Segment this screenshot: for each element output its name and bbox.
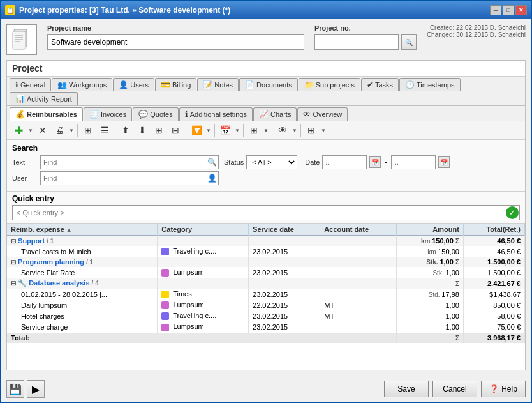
date-from-input[interactable]: [322, 155, 367, 169]
table-row[interactable]: 01.02.2015 - 28.02.2015 |... Times 23.02…: [7, 289, 525, 300]
columns-button[interactable]: ⊞: [304, 123, 319, 137]
maximize-button[interactable]: □: [503, 5, 514, 15]
list-view-button[interactable]: ☰: [97, 123, 112, 137]
data-amount: 17,98: [441, 291, 459, 298]
tasks-icon: ✔: [367, 80, 373, 89]
group-badge: / 1: [47, 238, 54, 245]
notes-icon: 📝: [203, 80, 212, 89]
tab-users[interactable]: 👤Users: [113, 78, 154, 91]
group-total-cell: 1.500,00 €: [463, 257, 524, 267]
date-from-picker[interactable]: 📅: [369, 156, 381, 168]
category-color-icon: [161, 269, 169, 277]
group-label-cell[interactable]: ⊟ Programm planning / 1: [7, 257, 158, 267]
group-name[interactable]: Database analysis: [29, 279, 89, 287]
close-button[interactable]: ✕: [515, 5, 527, 15]
tab-subprojects[interactable]: 📁Sub projects: [299, 78, 360, 91]
tab-workgroups[interactable]: 👥Workgroups: [52, 78, 112, 91]
project-name-input[interactable]: [47, 34, 304, 50]
quick-entry-title: Quick entry: [12, 194, 520, 203]
table-row[interactable]: Hotel charges Travelling c.... 23.02.201…: [7, 310, 525, 321]
add-button[interactable]: ✚: [11, 123, 26, 137]
data-amount: 1,00: [445, 269, 459, 277]
text-input-wrap: 🔍: [40, 155, 219, 169]
changed-text: Changed: 30.12.2015 D. Schaelchi: [427, 31, 526, 38]
expand-icon[interactable]: ⊟: [11, 259, 16, 266]
tab-additional[interactable]: ℹAdditional settings: [179, 107, 253, 121]
search-user-input[interactable]: [40, 171, 219, 185]
project-no-input[interactable]: [314, 34, 399, 50]
tab-reimbursables[interactable]: 💰Reimbursables: [10, 107, 83, 121]
group-label-cell[interactable]: ⊟ Support / 1: [7, 236, 158, 247]
calendar-button[interactable]: 📅: [218, 123, 233, 137]
minimize-button[interactable]: ─: [490, 5, 501, 15]
delete-button[interactable]: ✕: [35, 123, 50, 137]
tab-timestamps[interactable]: 🕐Timestamps: [399, 78, 461, 91]
data-service-date-cell: 23.02.2015: [249, 310, 320, 321]
tab-invoices[interactable]: 🧾Invoices: [84, 107, 132, 121]
expand-icon[interactable]: ⊟: [11, 280, 16, 287]
tab-documents[interactable]: 📄Documents: [239, 78, 298, 91]
group-label-cell[interactable]: ⊟ 🔧 Database analysis / 4: [7, 278, 158, 289]
user-search-icon[interactable]: 👤: [207, 174, 217, 183]
filter-dropdown[interactable]: ▼: [205, 123, 212, 137]
print-dropdown[interactable]: ▼: [68, 123, 75, 137]
search-text-input[interactable]: [40, 155, 219, 169]
quick-entry-input[interactable]: [12, 205, 520, 220]
text-search-icon[interactable]: 🔍: [207, 158, 217, 167]
group-category-cell: [158, 278, 249, 289]
separator-4: [214, 124, 215, 137]
filter-button[interactable]: 🔽: [189, 123, 204, 137]
play-button[interactable]: ▶: [27, 380, 45, 398]
view-dropdown[interactable]: ▼: [292, 123, 298, 137]
help-button[interactable]: ❓ Help: [481, 381, 526, 397]
section-title: Project: [7, 61, 525, 77]
add-dropdown[interactable]: ▼: [27, 123, 34, 137]
save-disk-button[interactable]: 💾: [6, 380, 24, 398]
view-button[interactable]: 👁: [275, 123, 290, 137]
col-reimb-expense[interactable]: Reimb. expense ▲: [7, 224, 158, 236]
header-fields: Project name Project no. 🔍 Created: 22.0…: [47, 24, 526, 50]
date-to-input[interactable]: [391, 155, 436, 169]
tab-general[interactable]: ℹGeneral: [10, 78, 51, 91]
columns-dropdown[interactable]: ▼: [320, 123, 327, 137]
expand-button[interactable]: ⊞: [151, 123, 166, 137]
cancel-button[interactable]: Cancel: [432, 381, 477, 397]
group-name[interactable]: Programm planning: [18, 258, 84, 266]
grid-view-button[interactable]: ⊞: [80, 123, 96, 137]
quick-entry-input-wrap: ✓: [12, 205, 520, 220]
tab-quotes[interactable]: 💬Quotes: [133, 107, 178, 121]
table-row[interactable]: Service charge Lumpsum 23.02.2015 1,00 7…: [7, 321, 525, 332]
group-service-date-cell: [249, 278, 320, 289]
group-name[interactable]: Support: [18, 237, 45, 245]
expand-icon[interactable]: ⊟: [11, 238, 16, 245]
print-button[interactable]: 🖨: [52, 123, 67, 137]
tab-billing[interactable]: 💳Billing: [155, 78, 196, 91]
table-row[interactable]: Daily lumpsum Lumpsum 22.02.2015 MT 1,00…: [7, 300, 525, 310]
apps-button[interactable]: ⊞: [246, 123, 262, 137]
save-button[interactable]: Save: [384, 381, 429, 397]
table-row[interactable]: Service Flat Rate Lumpsum 23.02.2015 Stk…: [7, 267, 525, 278]
collapse-button[interactable]: ⊟: [168, 123, 183, 137]
date-to-picker[interactable]: 📅: [438, 156, 450, 168]
tab-overview[interactable]: 👁Overview: [297, 107, 348, 121]
separator-1: [77, 124, 78, 137]
move-down-button[interactable]: ⬇: [135, 123, 150, 137]
data-amount-cell: Stk. 1,00: [396, 267, 463, 278]
table-area: Reimb. expense ▲ Category Service date A…: [7, 224, 525, 370]
activity-icon: 📊: [15, 95, 25, 103]
project-no-icon-button[interactable]: 🔍: [401, 34, 417, 50]
tabs-row-2: 💰Reimbursables 🧾Invoices 💬Quotes ℹAdditi…: [7, 106, 525, 121]
table-row[interactable]: Travel costs to Munich Travelling c.... …: [7, 246, 525, 257]
data-total-cell: 75,00 €: [463, 321, 524, 332]
move-up-button[interactable]: ⬆: [118, 123, 133, 137]
status-select[interactable]: < All > Open Closed Pending: [246, 155, 297, 169]
tab-charts[interactable]: 📈Charts: [253, 107, 297, 121]
tab-notes[interactable]: 📝Notes: [197, 78, 239, 91]
group-special-icon: 🔧: [18, 279, 27, 287]
tab-activity[interactable]: 📊Activity Report: [10, 92, 78, 105]
quick-entry-go-button[interactable]: ✓: [506, 206, 519, 219]
tab-tasks[interactable]: ✔Tasks: [361, 78, 399, 91]
calendar-dropdown[interactable]: ▼: [234, 123, 240, 137]
apps-dropdown[interactable]: ▼: [263, 123, 269, 137]
category-name: Travelling c....: [173, 312, 216, 319]
